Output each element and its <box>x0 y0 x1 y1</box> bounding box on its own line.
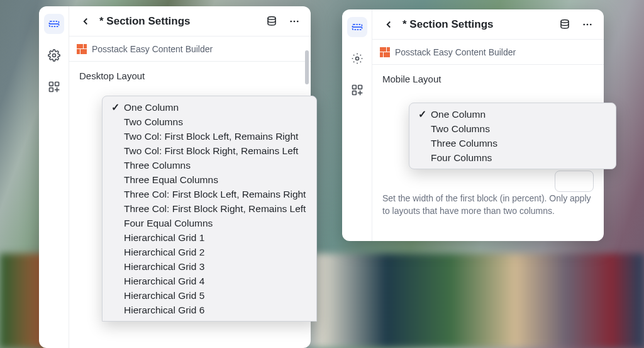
dropdown-option[interactable]: Hierarchical Grid 3 <box>103 259 316 274</box>
dropdown-option-label: One Column <box>124 102 179 113</box>
first-block-width-input[interactable] <box>555 171 594 192</box>
svg-point-2 <box>52 54 55 57</box>
dropdown-option[interactable]: Three Equal Columns <box>103 172 316 187</box>
panel-title: * Section Settings <box>99 15 258 28</box>
svg-point-7 <box>290 20 292 22</box>
dropdown-option[interactable]: Hierarchical Grid 4 <box>103 274 316 288</box>
section-icon <box>351 21 364 33</box>
help-text: Set the width of the first block (in per… <box>382 193 594 217</box>
dropdown-option[interactable]: Three Col: First Block Left, Remains Rig… <box>103 187 316 201</box>
more-icon <box>582 19 593 30</box>
dropdown-option[interactable]: Four Columns <box>409 150 616 165</box>
svg-point-16 <box>561 20 569 23</box>
panel-title: * Section Settings <box>402 18 551 31</box>
database-icon <box>266 16 277 27</box>
rail-section-button[interactable] <box>347 17 367 37</box>
dropdown-option[interactable]: Hierarchical Grid 2 <box>103 245 316 259</box>
more-icon <box>289 16 300 27</box>
dropdown-option[interactable]: Hierarchical Grid 6 <box>103 303 316 317</box>
dropdown-option-label: Three Col: First Block Left, Remains Rig… <box>124 189 306 200</box>
svg-rect-3 <box>49 82 53 86</box>
rail-apps-button[interactable] <box>44 77 64 97</box>
svg-point-19 <box>590 23 592 25</box>
brand-row: Posstack Easy Content Builder <box>372 40 604 65</box>
apps-icon <box>351 84 364 96</box>
svg-rect-15 <box>352 91 356 95</box>
dropdown-option[interactable]: Hierarchical Grid 1 <box>103 230 316 245</box>
dropdown-option[interactable]: Two Col: First Block Left, Remains Right <box>103 129 316 143</box>
svg-point-6 <box>268 16 275 20</box>
panel-desktop-layout: * Section Settings Posstack Easy Content… <box>39 6 311 348</box>
dropdown-option-label: Three Col: First Block Right, Remains Le… <box>124 203 306 215</box>
panel-mobile-layout: * Section Settings Posstack Easy Content… <box>342 9 604 241</box>
brand-row: Posstack Easy Content Builder <box>69 36 311 62</box>
mobile-layout-dropdown[interactable]: ✓One ColumnTwo ColumnsThree ColumnsFour … <box>409 103 616 169</box>
chevron-left-icon <box>80 16 91 27</box>
brand-icon <box>77 44 87 54</box>
dropdown-option[interactable]: Three Col: First Block Right, Remains Le… <box>103 201 316 216</box>
dropdown-option-label: Hierarchical Grid 2 <box>124 247 204 258</box>
dropdown-option[interactable]: ✓One Column <box>409 107 616 121</box>
dropdown-option-label: Two Col: First Block Right, Remains Left <box>124 145 298 157</box>
dropdown-option-label: Hierarchical Grid 1 <box>124 232 204 244</box>
section-icon <box>48 18 60 30</box>
dropdown-option-label: Three Equal Columns <box>124 174 218 186</box>
rail-settings-button[interactable] <box>44 45 64 65</box>
brand-icon <box>380 47 390 57</box>
dropdown-option-label: Two Columns <box>124 116 183 128</box>
svg-rect-13 <box>352 86 356 89</box>
dropdown-option-label: Hierarchical Grid 4 <box>124 276 204 287</box>
dropdown-option[interactable]: Three Columns <box>409 136 616 150</box>
rail-settings-button[interactable] <box>347 48 367 69</box>
dropdown-option[interactable]: ✓One Column <box>103 100 316 115</box>
dropdown-option-label: Hierarchical Grid 3 <box>124 261 204 272</box>
field-label-desktop-layout: Desktop Layout <box>79 70 301 81</box>
svg-point-18 <box>587 23 589 25</box>
svg-point-17 <box>583 23 585 25</box>
dropdown-option-label: Hierarchical Grid 6 <box>124 305 204 316</box>
left-rail <box>39 6 69 348</box>
database-icon <box>559 19 570 30</box>
svg-point-12 <box>355 57 358 60</box>
check-icon: ✓ <box>110 102 120 113</box>
panel-header: * Section Settings <box>69 6 311 36</box>
desktop-layout-dropdown[interactable]: ✓One ColumnTwo ColumnsTwo Col: First Blo… <box>102 96 317 322</box>
dropdown-option[interactable]: Four Equal Columns <box>103 216 316 230</box>
svg-rect-4 <box>55 82 58 86</box>
svg-point-8 <box>294 20 296 22</box>
scrollbar-thumb[interactable] <box>305 50 309 84</box>
apps-icon <box>48 81 60 93</box>
dropdown-option[interactable]: Two Columns <box>103 115 316 129</box>
back-button[interactable] <box>77 13 94 30</box>
rail-apps-button[interactable] <box>347 80 367 100</box>
dropdown-option[interactable]: Two Columns <box>409 121 616 136</box>
more-button[interactable] <box>286 13 303 30</box>
svg-rect-14 <box>358 86 362 89</box>
brand-label: Posstack Easy Content Builder <box>395 47 516 57</box>
dropdown-option[interactable]: Three Columns <box>103 158 316 172</box>
dropdown-option-label: Three Columns <box>124 160 191 171</box>
dropdown-option-label: Two Columns <box>431 123 490 135</box>
dropdown-option-label: Four Columns <box>431 152 492 164</box>
svg-rect-5 <box>49 88 53 92</box>
more-button[interactable] <box>579 16 596 33</box>
back-button[interactable] <box>380 16 397 33</box>
svg-point-9 <box>297 20 299 22</box>
dropdown-option-label: Two Col: First Block Left, Remains Right <box>124 131 298 142</box>
chevron-left-icon <box>383 19 394 30</box>
database-button[interactable] <box>263 13 280 30</box>
dropdown-option[interactable]: Hierarchical Grid 5 <box>103 288 316 303</box>
dropdown-option[interactable]: Two Col: First Block Right, Remains Left <box>103 143 316 158</box>
brand-label: Posstack Easy Content Builder <box>92 44 213 54</box>
gear-icon <box>48 49 60 62</box>
dropdown-option-label: Three Columns <box>431 138 497 149</box>
left-rail <box>342 9 372 241</box>
database-button[interactable] <box>556 16 574 33</box>
dropdown-option-label: One Column <box>431 109 486 120</box>
rail-section-button[interactable] <box>44 14 64 34</box>
field-label-mobile-layout: Mobile Layout <box>382 74 594 84</box>
panel-header: * Section Settings <box>372 9 604 40</box>
check-icon: ✓ <box>417 109 427 120</box>
gear-icon <box>351 52 364 65</box>
dropdown-option-label: Four Equal Columns <box>124 218 213 229</box>
